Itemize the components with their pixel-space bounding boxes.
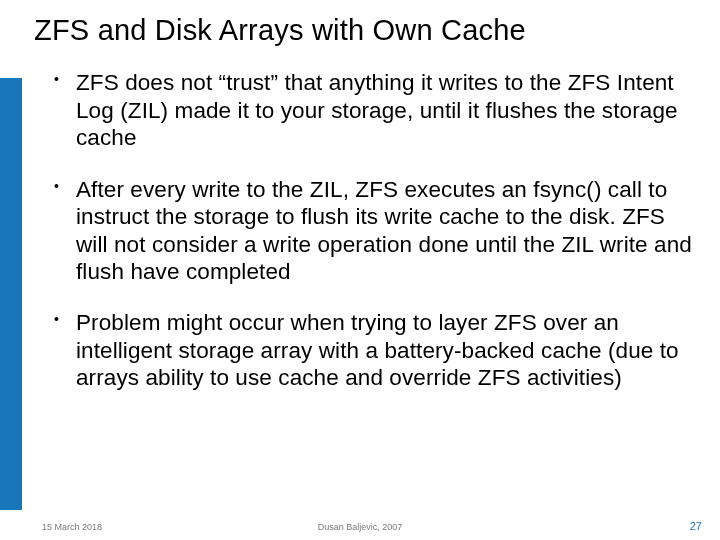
slide-footer: 15 March 2018 Dusan Baljevic, 2007 27 — [0, 516, 720, 532]
bullet-item: After every write to the ZIL, ZFS execut… — [54, 176, 694, 286]
slide-title: ZFS and Disk Arrays with Own Cache — [34, 14, 694, 47]
bullet-item: ZFS does not “trust” that anything it wr… — [54, 69, 694, 151]
footer-author: Dusan Baljevic, 2007 — [0, 522, 720, 532]
bullet-list: ZFS does not “trust” that anything it wr… — [34, 69, 694, 391]
bullet-item: Problem might occur when trying to layer… — [54, 309, 694, 391]
slide-body: ZFS and Disk Arrays with Own Cache ZFS d… — [0, 0, 720, 540]
footer-page-number: 27 — [690, 520, 702, 532]
